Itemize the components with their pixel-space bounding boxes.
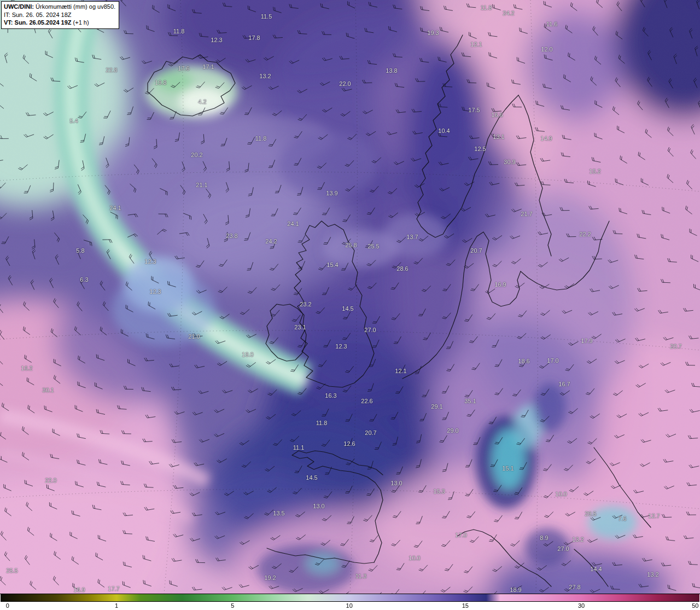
colorbar-tick: 0 xyxy=(6,602,9,610)
colorbar-tick: 50 xyxy=(692,602,698,610)
colorbar-tick-labels: 01510153050 xyxy=(1,602,699,610)
colorbar-gradient xyxy=(1,594,699,602)
title-box: UWC/DINI: Úrkomumætti (mm) og uv850. IT:… xyxy=(1,1,119,29)
colorbar-tick: 30 xyxy=(578,602,585,610)
colorbar-tick: 5 xyxy=(231,602,234,610)
valid-time: VT: Sun. 26.05.2024 19Z xyxy=(4,19,72,26)
init-time: IT: Sun. 26. 05. 2024 18Z xyxy=(4,11,115,19)
model-name: UWC/DINI: xyxy=(4,3,34,10)
precipitation-field-svg xyxy=(0,0,700,594)
colorbar-tick: 15 xyxy=(462,602,469,610)
noise-texture xyxy=(0,0,700,594)
valid-time-line: VT: Sun. 26.05.2024 19Z (+1 h) xyxy=(4,19,115,27)
map-area: 11.511.824.211.619.311.812.317.812.112.0… xyxy=(0,0,700,594)
weather-map-screenshot: 11.511.824.211.619.311.812.317.812.112.0… xyxy=(0,0,700,610)
valid-offset: (+1 h) xyxy=(72,19,89,26)
model-product-line: UWC/DINI: Úrkomumætti (mm) og uv850. xyxy=(4,3,115,11)
colorbar: 01510153050 xyxy=(0,594,700,610)
colorbar-tick: 1 xyxy=(115,602,118,610)
product-name: Úrkomumætti (mm) og uv850. xyxy=(34,3,115,10)
colorbar-tick: 10 xyxy=(346,602,353,610)
